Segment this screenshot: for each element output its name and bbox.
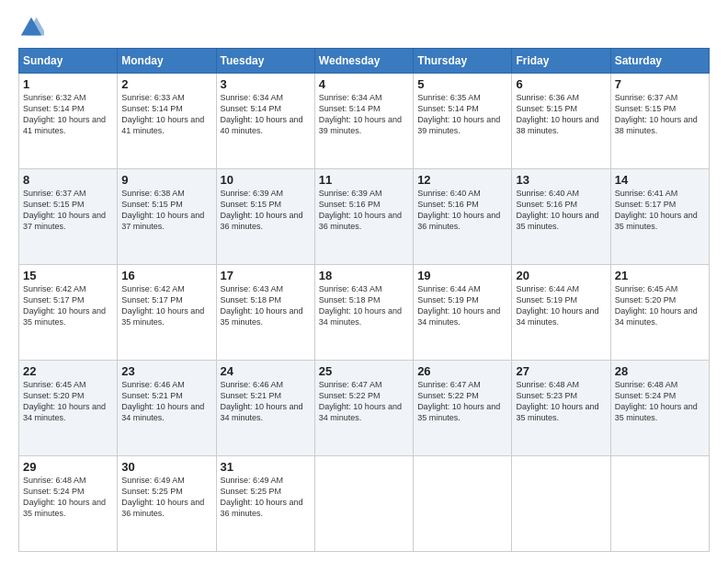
day-number: 9	[121, 173, 211, 187]
calendar-cell: 24Sunrise: 6:46 AMSunset: 5:21 PMDayligh…	[216, 361, 314, 456]
calendar-cell: 13Sunrise: 6:40 AMSunset: 5:16 PMDayligh…	[512, 169, 610, 265]
cell-content: Sunrise: 6:46 AMSunset: 5:21 PMDaylight:…	[121, 379, 211, 424]
sunrise-text: Sunrise: 6:37 AM	[23, 189, 86, 198]
cell-content: Sunrise: 6:49 AMSunset: 5:25 PMDaylight:…	[121, 475, 211, 520]
cell-content: Sunrise: 6:45 AMSunset: 5:20 PMDaylight:…	[615, 283, 705, 328]
calendar-cell: 6Sunrise: 6:36 AMSunset: 5:15 PMDaylight…	[512, 74, 610, 169]
daylight-text: Daylight: 10 hours and 34 minutes.	[23, 402, 106, 422]
daylight-text: Daylight: 10 hours and 35 minutes.	[516, 402, 598, 422]
calendar-cell: 18Sunrise: 6:43 AMSunset: 5:18 PMDayligh…	[314, 265, 413, 361]
cell-content: Sunrise: 6:48 AMSunset: 5:24 PMDaylight:…	[615, 379, 705, 424]
calendar-cell: 14Sunrise: 6:41 AMSunset: 5:17 PMDayligh…	[610, 169, 709, 265]
calendar-cell: 23Sunrise: 6:46 AMSunset: 5:21 PMDayligh…	[118, 361, 216, 456]
sunrise-text: Sunrise: 6:46 AM	[221, 380, 284, 389]
calendar-cell: 25Sunrise: 6:47 AMSunset: 5:22 PMDayligh…	[314, 361, 413, 456]
sunrise-text: Sunrise: 6:49 AM	[221, 476, 284, 485]
daylight-text: Daylight: 10 hours and 36 minutes.	[319, 211, 402, 231]
sunrise-text: Sunrise: 6:40 AM	[417, 189, 481, 198]
sunrise-text: Sunrise: 6:45 AM	[615, 284, 678, 293]
daylight-text: Daylight: 10 hours and 34 minutes.	[516, 306, 598, 327]
sunset-text: Sunset: 5:14 PM	[221, 104, 282, 113]
calendar-cell: 3Sunrise: 6:34 AMSunset: 5:14 PMDaylight…	[216, 74, 314, 169]
cell-content: Sunrise: 6:43 AMSunset: 5:18 PMDaylight:…	[319, 283, 409, 328]
sunrise-text: Sunrise: 6:42 AM	[23, 284, 86, 293]
cell-content: Sunrise: 6:35 AMSunset: 5:14 PMDaylight:…	[417, 92, 507, 137]
sunset-text: Sunset: 5:14 PM	[417, 104, 479, 113]
daylight-text: Daylight: 10 hours and 34 minutes.	[221, 402, 303, 422]
calendar-cell: 28Sunrise: 6:48 AMSunset: 5:24 PMDayligh…	[610, 361, 709, 456]
calendar-cell: 26Sunrise: 6:47 AMSunset: 5:22 PMDayligh…	[414, 361, 512, 456]
sunrise-text: Sunrise: 6:36 AM	[516, 93, 579, 102]
daylight-text: Daylight: 10 hours and 34 minutes.	[417, 306, 500, 327]
calendar-cell: 11Sunrise: 6:39 AMSunset: 5:16 PMDayligh…	[314, 169, 413, 265]
sunrise-text: Sunrise: 6:37 AM	[615, 93, 678, 102]
day-number: 26	[417, 364, 507, 378]
day-number: 5	[417, 77, 507, 91]
day-number: 21	[615, 269, 705, 282]
cell-content: Sunrise: 6:41 AMSunset: 5:17 PMDaylight:…	[615, 188, 705, 233]
daylight-text: Daylight: 10 hours and 36 minutes.	[221, 498, 303, 518]
sunrise-text: Sunrise: 6:43 AM	[221, 284, 284, 293]
calendar-cell: 8Sunrise: 6:37 AMSunset: 5:15 PMDaylight…	[19, 169, 118, 265]
daylight-text: Daylight: 10 hours and 38 minutes.	[615, 115, 698, 135]
calendar-cell: 27Sunrise: 6:48 AMSunset: 5:23 PMDayligh…	[512, 361, 610, 456]
day-number: 6	[516, 77, 606, 91]
sunrise-text: Sunrise: 6:49 AM	[121, 476, 185, 485]
calendar-cell: 9Sunrise: 6:38 AMSunset: 5:15 PMDaylight…	[118, 169, 216, 265]
sunset-text: Sunset: 5:25 PM	[121, 487, 183, 496]
cell-content: Sunrise: 6:47 AMSunset: 5:22 PMDaylight:…	[417, 379, 507, 424]
sunset-text: Sunset: 5:15 PM	[121, 200, 183, 209]
day-number: 30	[121, 460, 211, 474]
day-number: 13	[516, 173, 606, 187]
col-header-friday: Friday	[512, 49, 610, 74]
day-number: 3	[221, 77, 311, 91]
sunset-text: Sunset: 5:18 PM	[319, 295, 381, 304]
calendar-cell: 10Sunrise: 6:39 AMSunset: 5:15 PMDayligh…	[216, 169, 314, 265]
calendar-cell: 20Sunrise: 6:44 AMSunset: 5:19 PMDayligh…	[512, 265, 610, 361]
cell-content: Sunrise: 6:47 AMSunset: 5:22 PMDaylight:…	[319, 379, 409, 424]
daylight-text: Daylight: 10 hours and 35 minutes.	[221, 306, 303, 327]
daylight-text: Daylight: 10 hours and 38 minutes.	[516, 115, 598, 135]
sunrise-text: Sunrise: 6:39 AM	[319, 189, 382, 198]
sunset-text: Sunset: 5:15 PM	[516, 104, 577, 113]
day-number: 15	[23, 269, 113, 282]
sunrise-text: Sunrise: 6:46 AM	[121, 380, 185, 389]
sunset-text: Sunset: 5:24 PM	[615, 391, 677, 400]
sunset-text: Sunset: 5:14 PM	[121, 104, 183, 113]
daylight-text: Daylight: 10 hours and 36 minutes.	[121, 498, 204, 518]
cell-content: Sunrise: 6:46 AMSunset: 5:21 PMDaylight:…	[221, 379, 311, 424]
sunrise-text: Sunrise: 6:34 AM	[221, 93, 284, 102]
sunset-text: Sunset: 5:20 PM	[23, 391, 85, 400]
day-number: 14	[615, 173, 705, 187]
page: SundayMondayTuesdayWednesdayThursdayFrid…	[0, 0, 728, 563]
sunrise-text: Sunrise: 6:44 AM	[417, 284, 481, 293]
col-header-tuesday: Tuesday	[216, 49, 314, 74]
day-number: 4	[319, 77, 409, 91]
cell-content: Sunrise: 6:42 AMSunset: 5:17 PMDaylight:…	[23, 283, 113, 328]
day-number: 23	[121, 364, 211, 378]
cell-content: Sunrise: 6:39 AMSunset: 5:16 PMDaylight:…	[319, 188, 409, 233]
sunset-text: Sunset: 5:15 PM	[221, 200, 282, 209]
header	[18, 15, 710, 40]
daylight-text: Daylight: 10 hours and 34 minutes.	[615, 306, 698, 327]
daylight-text: Daylight: 10 hours and 34 minutes.	[121, 402, 204, 422]
col-header-saturday: Saturday	[610, 49, 709, 74]
day-number: 12	[417, 173, 507, 187]
cell-content: Sunrise: 6:40 AMSunset: 5:16 PMDaylight:…	[516, 188, 606, 233]
day-number: 22	[23, 364, 113, 378]
day-number: 27	[516, 364, 606, 378]
sunrise-text: Sunrise: 6:41 AM	[615, 189, 678, 198]
day-number: 1	[23, 77, 113, 91]
calendar-cell: 19Sunrise: 6:44 AMSunset: 5:19 PMDayligh…	[414, 265, 512, 361]
sunset-text: Sunset: 5:17 PM	[615, 200, 677, 209]
sunset-text: Sunset: 5:21 PM	[121, 391, 183, 400]
col-header-wednesday: Wednesday	[314, 49, 413, 74]
calendar-cell	[414, 456, 512, 552]
daylight-text: Daylight: 10 hours and 35 minutes.	[516, 211, 598, 231]
day-number: 7	[615, 77, 705, 91]
calendar-cell: 1Sunrise: 6:32 AMSunset: 5:14 PMDaylight…	[19, 74, 118, 169]
calendar-cell: 7Sunrise: 6:37 AMSunset: 5:15 PMDaylight…	[610, 74, 709, 169]
day-number: 25	[319, 364, 409, 378]
sunset-text: Sunset: 5:14 PM	[319, 104, 381, 113]
sunset-text: Sunset: 5:16 PM	[319, 200, 381, 209]
